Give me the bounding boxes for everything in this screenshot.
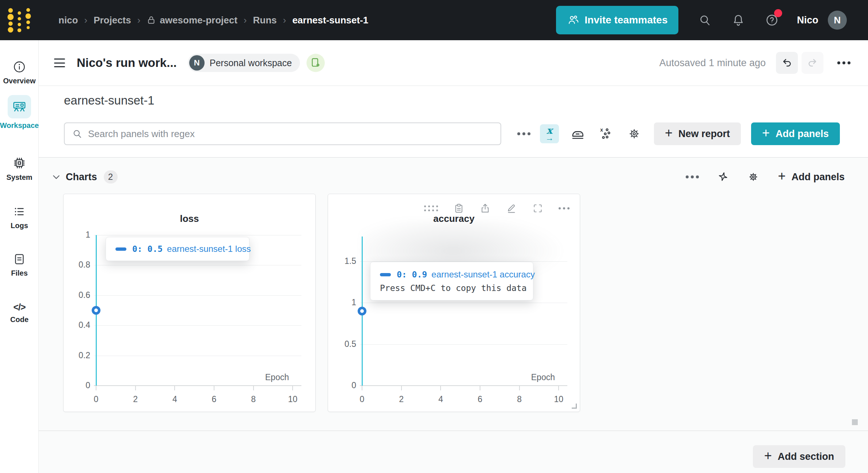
loss-tooltip-series: earnest-sunset-1 loss <box>167 244 251 254</box>
sidebar-label-code: Code <box>10 315 28 324</box>
section-add-panels-label: Add panels <box>791 171 845 183</box>
panel-resize-handle[interactable] <box>572 404 577 409</box>
x-axis-settings-button[interactable]: x → <box>540 124 559 143</box>
help-icon[interactable] <box>765 14 778 27</box>
sidebar-label-files: Files <box>11 269 28 277</box>
accuracy-tooltip-series: earnest-sunset-1 accuracy <box>431 269 535 280</box>
breadcrumb-project[interactable]: awesome-project <box>146 15 237 26</box>
user-avatar[interactable]: N <box>828 11 847 30</box>
charts-section-title[interactable]: Charts <box>66 171 97 183</box>
new-report-button[interactable]: + New report <box>654 122 741 145</box>
ellipsis-icon <box>686 175 699 178</box>
breadcrumb-entity[interactable]: nico <box>58 15 78 26</box>
loss-plot-area[interactable]: 00.20.40.60.810246810Epoch <box>64 194 315 412</box>
sidebar-item-overview[interactable]: Overview <box>0 60 39 85</box>
gear-icon <box>627 126 642 141</box>
undo-button[interactable] <box>776 52 798 74</box>
sidebar-item-workspace[interactable]: Workspace <box>0 95 39 130</box>
gridline <box>94 356 301 356</box>
charts-section-header: Charts 2 <box>52 169 845 185</box>
outliers-button[interactable]: x <box>598 126 613 141</box>
y-tick-label: 0 <box>320 381 356 390</box>
sidebar-item-system[interactable]: System <box>0 156 39 182</box>
svg-text:x: x <box>600 127 603 133</box>
sidebar-item-logs[interactable]: Logs <box>0 205 39 230</box>
y-tick-label: 0 <box>54 381 90 390</box>
breadcrumb-projects[interactable]: Projects <box>94 15 131 26</box>
x-axis-line <box>94 385 301 386</box>
breadcrumb-separator: › <box>137 15 141 26</box>
panel-search-input[interactable] <box>88 128 493 140</box>
x-tick-mark <box>174 386 175 390</box>
sidebar-label-overview: Overview <box>3 77 36 85</box>
new-report-label: New report <box>678 128 730 140</box>
spark-icon <box>716 170 730 184</box>
menu-hamburger-icon[interactable] <box>54 58 65 67</box>
data-point[interactable] <box>92 306 100 315</box>
section-divider <box>39 431 868 431</box>
breadcrumb-separator: › <box>244 15 247 26</box>
wandb-logo[interactable] <box>0 5 39 35</box>
redo-button[interactable] <box>802 52 823 74</box>
chart-panel-accuracy[interactable]: accuracy 00.511.50246810Epoch 0: 0.9 ear… <box>328 194 580 412</box>
gridline <box>94 325 301 326</box>
notifications-bell-icon[interactable] <box>732 14 745 27</box>
invite-teammates-button[interactable]: Invite teammates <box>556 6 678 34</box>
workspace-overflow-menu[interactable] <box>837 61 850 64</box>
fullscreen-button[interactable] <box>532 203 543 214</box>
chevron-down-icon[interactable] <box>52 173 61 181</box>
x-axis-title: Epoch <box>482 372 555 382</box>
x-tick-label: 8 <box>505 394 534 404</box>
panel-overflow-menu[interactable] <box>559 207 570 209</box>
section-resize-handle[interactable] <box>852 419 858 425</box>
breadcrumb: nico › Projects › awesome-project › Runs… <box>58 15 368 26</box>
section-overflow-menu[interactable] <box>686 175 699 178</box>
plus-icon: + <box>778 170 785 183</box>
plus-icon: + <box>665 126 673 140</box>
sidebar-item-code[interactable]: </> Code <box>0 302 39 324</box>
section-settings-button[interactable] <box>747 171 760 183</box>
panel-settings-button[interactable] <box>627 126 642 141</box>
export-panel-button[interactable] <box>480 203 491 214</box>
search-options-menu[interactable] <box>517 132 530 135</box>
add-section-button[interactable]: + Add section <box>753 445 845 468</box>
user-name[interactable]: Nico <box>797 15 818 26</box>
data-point[interactable] <box>358 307 366 315</box>
smoothing-button[interactable] <box>570 126 585 141</box>
workspace-header: Nico's run work... N Personal workspace … <box>39 40 868 86</box>
panel-controls-row: x → x <box>64 122 845 145</box>
create-report-button[interactable] <box>307 54 325 72</box>
section-add-panels-button[interactable]: + Add panels <box>778 170 845 183</box>
charts-count-badge: 2 <box>104 170 118 183</box>
sidebar-item-files[interactable]: Files <box>0 252 39 277</box>
chart-panel-loss[interactable]: loss 00.20.40.60.810246810Epoch 0: 0.5 e… <box>63 194 316 412</box>
logs-list-icon <box>12 205 26 219</box>
section-spark-button[interactable] <box>717 171 729 183</box>
loss-tooltip-value: 0: 0.5 <box>132 244 163 254</box>
plus-icon: + <box>764 449 772 462</box>
fullscreen-icon <box>532 203 543 214</box>
top-nav: nico › Projects › awesome-project › Runs… <box>0 0 868 40</box>
x-axis-arrow-icon: → <box>545 135 554 141</box>
autosave-status: Autosaved 1 minute ago <box>659 57 766 69</box>
invite-teammates-label: Invite teammates <box>585 14 667 26</box>
add-panels-button[interactable]: + Add panels <box>751 122 840 145</box>
breadcrumb-separator: › <box>84 15 87 26</box>
search-icon[interactable] <box>698 14 711 27</box>
breadcrumb-run-name[interactable]: earnest-sunset-1 <box>292 15 368 26</box>
accuracy-tooltip-value: 0: 0.9 <box>397 270 427 279</box>
workspace-board-icon <box>12 99 27 114</box>
edit-panel-button[interactable] <box>506 203 517 214</box>
run-name-heading: earnest-sunset-1 <box>64 94 155 107</box>
panel-toolbar <box>424 203 570 214</box>
personal-workspace-badge[interactable]: N Personal workspace <box>188 54 300 72</box>
breadcrumb-runs[interactable]: Runs <box>253 15 277 26</box>
x-tick-mark <box>558 386 559 390</box>
x-axis-line <box>360 385 567 386</box>
breadcrumb-separator: › <box>283 15 286 26</box>
gridline <box>94 235 301 235</box>
header-actions: Autosaved 1 minute ago <box>659 52 850 74</box>
copy-panel-button[interactable] <box>453 203 464 214</box>
drag-handle-icon[interactable] <box>424 205 438 211</box>
x-tick-mark <box>135 386 136 390</box>
